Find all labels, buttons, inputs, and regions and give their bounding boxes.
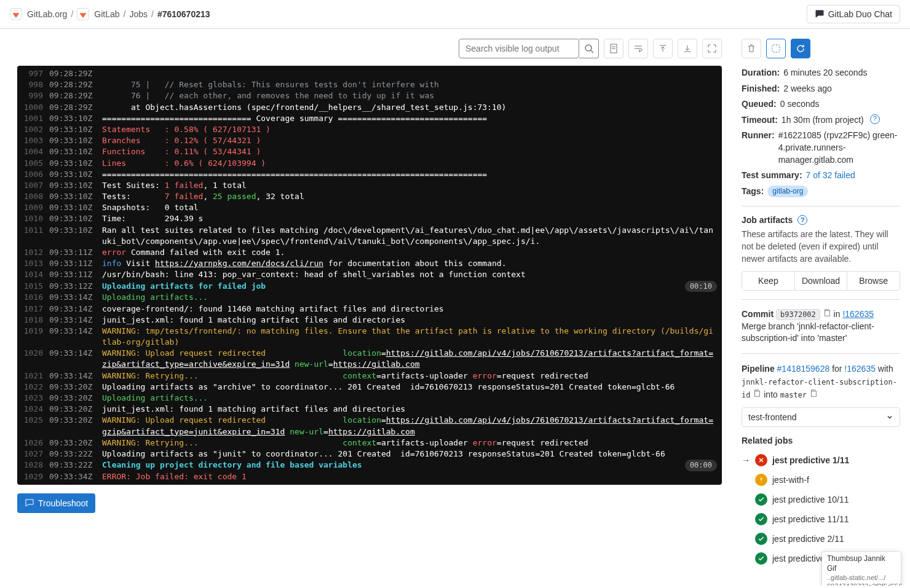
timestamp: 09:33:10Z <box>49 191 102 202</box>
timestamp: 09:33:10Z <box>49 202 102 213</box>
scroll-bottom-button[interactable] <box>678 39 697 58</box>
related-job-link[interactable]: jest predictive 11/11 <box>772 514 849 524</box>
breadcrumb-jobs[interactable]: Jobs <box>129 9 148 19</box>
keep-button[interactable]: Keep <box>742 272 795 290</box>
line-number: 1015 <box>22 281 49 292</box>
line-number: 999 <box>22 90 49 101</box>
log-line[interactable]: 102709:33:22ZUploading artifacts as "jun… <box>17 449 722 460</box>
log-line[interactable]: 100309:33:10ZBranches : 0.12% ( 57/44321… <box>17 135 722 146</box>
log-line[interactable]: 101809:33:14Zjunit_jest.xml: found 1 mat… <box>17 315 722 326</box>
help-icon[interactable]: ? <box>870 114 880 124</box>
copy-sha-icon[interactable] <box>823 308 831 317</box>
help-icon[interactable]: ? <box>797 215 807 225</box>
log-text: Cleaning up project directory and file b… <box>102 460 685 471</box>
log-line[interactable]: 99909:28:29Z 76 | // each other, and rem… <box>17 90 722 101</box>
new-issue-button[interactable] <box>766 39 786 58</box>
copy-branch-icon[interactable] <box>753 389 761 398</box>
log-line[interactable]: 101909:33:14ZWARNING: tmp/tests/frontend… <box>17 326 722 348</box>
log-line[interactable]: 102109:33:14ZWARNING: Retrying... contex… <box>17 370 722 382</box>
related-job-item[interactable]: jest predictive 2/11 <box>742 529 900 549</box>
commit-mr-link[interactable]: !162635 <box>842 309 874 319</box>
log-line[interactable]: 102809:33:22ZCleaning up project directo… <box>17 460 722 471</box>
log-line[interactable]: 102609:33:20ZWARNING: Retrying... contex… <box>17 437 722 449</box>
line-number: 1006 <box>22 169 49 180</box>
log-line[interactable]: 101609:33:14ZUploading artifacts... <box>17 292 722 303</box>
log-text: Time: 294.39 s <box>102 213 717 224</box>
pipeline-id-link[interactable]: #1418159628 <box>777 364 830 374</box>
erase-job-button[interactable] <box>742 39 761 58</box>
runner-value: #16221085 (rpvz2FF9c) green-4.private.ru… <box>778 130 900 166</box>
log-line[interactable]: 102409:33:20Zjunit_jest.xml: found 1 mat… <box>17 404 722 415</box>
scroll-top-button[interactable] <box>653 39 673 58</box>
raw-log-button[interactable] <box>604 39 623 58</box>
related-job-item[interactable]: jest predictive 1/11 <box>742 450 900 470</box>
pipeline-mr-link[interactable]: !162635 <box>844 364 876 374</box>
log-line[interactable]: 101509:33:12ZUploading artifacts for fai… <box>17 281 722 292</box>
log-line[interactable]: 101109:33:10ZRan all test suites related… <box>17 225 722 247</box>
log-line[interactable]: 102909:33:34ZERROR: Job failed: exit cod… <box>17 471 722 482</box>
log-line[interactable]: 100009:28:29Z at Object.hasAssertions (s… <box>17 102 722 113</box>
line-number: 1022 <box>22 382 49 393</box>
fullscreen-button[interactable] <box>702 39 722 58</box>
related-jobs-title: Related jobs <box>742 436 900 445</box>
browse-button[interactable]: Browse <box>847 272 900 290</box>
log-line[interactable]: 102009:33:14ZWARNING: Upload request red… <box>17 348 722 370</box>
related-job-link[interactable]: jest predictive 2/11 <box>772 534 844 544</box>
artifacts-title: Job artifacts? <box>742 215 900 225</box>
arrow-down-icon <box>682 44 692 53</box>
timestamp: 09:33:10Z <box>49 213 102 224</box>
log-line[interactable]: 100109:33:10Z===========================… <box>17 113 722 124</box>
troubleshoot-button[interactable]: Troubleshoot <box>17 493 95 513</box>
related-job-item[interactable]: jest predictive 10/11 <box>742 490 900 509</box>
log-line[interactable]: 99709:28:29Z <box>17 68 722 79</box>
log-line[interactable]: 100509:33:10ZLines : 0.6% ( 624/103994 ) <box>17 158 722 169</box>
log-line[interactable]: 100709:33:10ZTest Suites: 1 failed, 1 to… <box>17 180 722 191</box>
log-text: 76 | // each other, and removes the need… <box>102 90 717 101</box>
test-summary-link[interactable]: 7 of 32 failed <box>806 170 855 182</box>
log-line[interactable]: 101009:33:10ZTime: 294.39 s <box>17 213 722 224</box>
log-line[interactable]: 99809:28:29Z 75 | // Reset globals: This… <box>17 79 722 90</box>
timestamp: 09:33:10Z <box>49 169 102 180</box>
timestamp: 09:33:11Z <box>49 269 102 280</box>
related-job-item[interactable]: jest-with-f <box>742 470 900 490</box>
svg-line-1 <box>591 50 593 53</box>
svg-point-0 <box>585 45 592 51</box>
log-line[interactable]: 101709:33:14Zcoverage-frontend/: found 1… <box>17 304 722 315</box>
line-number: 1013 <box>22 258 49 269</box>
wrap-button[interactable] <box>628 39 648 58</box>
download-button[interactable]: Download <box>795 272 848 290</box>
log-text: WARNING: tmp/tests/frontend/: no matchin… <box>102 326 717 348</box>
stage-select[interactable]: test-frontend <box>742 407 900 427</box>
log-line[interactable]: 100609:33:10Z===========================… <box>17 169 722 180</box>
search-input[interactable] <box>459 39 579 58</box>
breadcrumb-project[interactable]: GitLab <box>94 9 119 19</box>
duo-chat-button[interactable]: GitLab Duo Chat <box>807 5 900 23</box>
log-line[interactable]: 102509:33:20ZWARNING: Upload request red… <box>17 415 722 437</box>
timestamp: 09:33:22Z <box>49 449 102 460</box>
log-line[interactable]: 100209:33:10ZStatements : 0.58% ( 627/10… <box>17 124 722 135</box>
log-line[interactable]: 102309:33:20ZUploading artifacts... <box>17 393 722 404</box>
commit-sha[interactable]: b9372002 <box>776 309 820 320</box>
breadcrumb-org[interactable]: GitLab.org <box>27 9 67 19</box>
retry-job-button[interactable] <box>791 39 810 58</box>
log-line[interactable]: 102209:33:20ZUploading artifacts as "arc… <box>17 382 722 393</box>
related-job-link[interactable]: jest-with-f <box>772 475 809 485</box>
related-job-item[interactable]: jest predictive 11/11 <box>742 509 900 529</box>
log-text: Test Suites: 1 failed, 1 total <box>102 180 717 191</box>
log-line[interactable]: 101209:33:11Zerror Command failed with e… <box>17 247 722 258</box>
log-window[interactable]: 99709:28:29Z99809:28:29Z 75 | // Reset g… <box>17 66 722 485</box>
log-line[interactable]: 101309:33:11Zinfo Visit https://yarnpkg.… <box>17 258 722 269</box>
copy-target-icon[interactable] <box>809 389 818 398</box>
log-line[interactable]: 100909:33:10ZSnapshots: 0 total <box>17 202 722 213</box>
breadcrumb-job-id: #7610670213 <box>157 9 210 19</box>
timestamp: 09:33:14Z <box>49 326 102 348</box>
timestamp: 09:33:14Z <box>49 292 102 303</box>
related-job-link[interactable]: jest predictive 10/11 <box>772 495 849 504</box>
log-line[interactable]: 100809:33:10ZTests: 7 failed, 25 passed,… <box>17 191 722 202</box>
related-job-link[interactable]: jest predictive 1/11 <box>772 455 849 465</box>
timeout-value: 1h 30m (from project) <box>781 114 864 127</box>
log-line[interactable]: 101409:33:11Z/usr/bin/bash: line 413: po… <box>17 269 722 280</box>
success-status-icon <box>755 533 767 545</box>
log-line[interactable]: 100409:33:10ZFunctions : 0.11% ( 53/4434… <box>17 146 722 157</box>
search-button[interactable] <box>579 39 599 58</box>
